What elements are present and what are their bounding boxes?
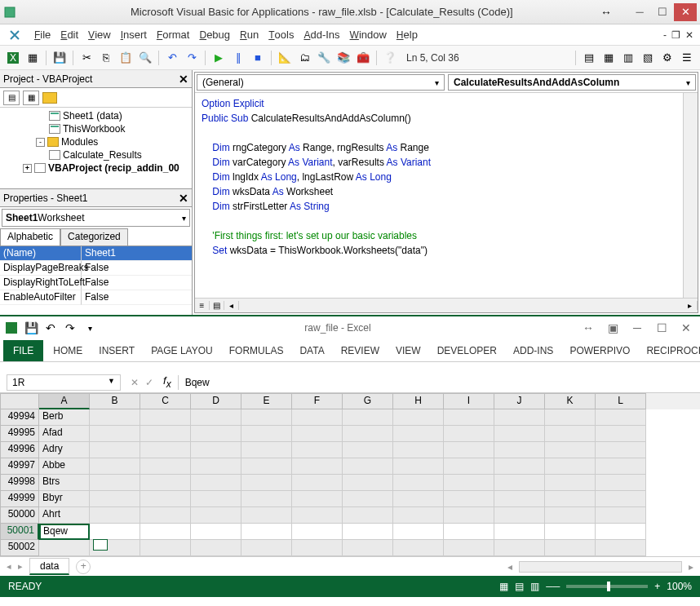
property-value[interactable]: Sheet1	[82, 246, 192, 261]
cell[interactable]	[545, 426, 596, 442]
excel-minimize-button[interactable]: ─	[628, 321, 646, 334]
cell[interactable]	[191, 409, 241, 426]
cell[interactable]	[191, 507, 241, 524]
fx-icon[interactable]: fx	[157, 374, 178, 390]
row-header[interactable]: 50000	[0, 507, 39, 524]
cell[interactable]	[140, 442, 191, 458]
cell[interactable]	[596, 475, 646, 491]
menu-debug[interactable]: Debug	[199, 29, 230, 41]
row-header[interactable]: 49999	[0, 491, 39, 507]
excel-close-button[interactable]: ✕	[677, 321, 695, 334]
project-pane-close-icon[interactable]: ✕	[179, 73, 188, 86]
menu-edit[interactable]: Edit	[60, 29, 78, 41]
cell[interactable]	[494, 442, 545, 458]
property-row[interactable]: DisplayRightToLeftFalse	[0, 276, 192, 290]
cell[interactable]	[90, 426, 140, 442]
cell[interactable]: Adry	[39, 442, 90, 458]
column-header-E[interactable]: E	[241, 393, 292, 409]
cell[interactable]	[292, 491, 343, 507]
zoom-in-button[interactable]: +	[654, 581, 660, 592]
ribbon-tab-pagelayou[interactable]: PAGE LAYOU	[144, 342, 219, 360]
object-browser-icon[interactable]: 📚	[335, 50, 352, 66]
cut-icon[interactable]: ✂	[78, 50, 95, 66]
row-header[interactable]: 49997	[0, 458, 39, 475]
cell[interactable]	[545, 442, 596, 458]
cell[interactable]	[292, 475, 343, 491]
cell[interactable]	[140, 475, 191, 491]
tree-item[interactable]: ThisWorkbook	[3, 122, 188, 135]
cell[interactable]	[444, 409, 494, 426]
vertical-scrollbar[interactable]	[683, 93, 698, 298]
cancel-icon[interactable]: ✕	[127, 377, 142, 388]
cell[interactable]	[191, 426, 241, 442]
cell[interactable]	[241, 491, 292, 507]
cell[interactable]	[444, 540, 494, 556]
tree-expand-icon[interactable]: -	[36, 138, 45, 147]
ribbon-tab-home[interactable]: HOME	[47, 342, 89, 360]
page-break-view-icon[interactable]: ▥	[530, 581, 539, 592]
maximize-button[interactable]: ☐	[651, 3, 674, 21]
cell[interactable]	[545, 507, 596, 524]
view-excel-icon[interactable]: X	[5, 50, 21, 66]
cell[interactable]	[191, 475, 241, 491]
cell[interactable]	[494, 540, 545, 556]
extra-tool-4-icon[interactable]: ▧	[640, 50, 656, 66]
column-header-B[interactable]: B	[90, 393, 140, 409]
cell[interactable]	[191, 524, 241, 540]
cell[interactable]	[444, 524, 494, 540]
cell[interactable]: Afad	[39, 426, 90, 442]
ribbon-tab-reciprocity[interactable]: RECIPROCITY	[640, 342, 700, 360]
row-header[interactable]: 50001	[0, 524, 39, 540]
cell[interactable]	[343, 540, 393, 556]
select-all-button[interactable]	[0, 393, 39, 409]
toggle-folders-icon[interactable]	[42, 92, 57, 104]
full-module-view-icon[interactable]: ≡	[195, 301, 210, 310]
insert-module-icon[interactable]: ▦	[24, 50, 41, 66]
cell[interactable]	[191, 442, 241, 458]
ribbon-tab-data[interactable]: DATA	[293, 342, 330, 360]
column-header-A[interactable]: A	[39, 393, 90, 409]
menu-insert[interactable]: Insert	[121, 29, 147, 41]
code-procedure-dropdown[interactable]: CalculateResultsAndAddAsColumn ▾	[448, 74, 696, 91]
cell[interactable]	[596, 507, 646, 524]
cell[interactable]	[343, 491, 393, 507]
cell[interactable]	[494, 491, 545, 507]
zoom-level[interactable]: 100%	[667, 581, 692, 592]
enter-icon[interactable]: ✓	[142, 377, 157, 388]
name-box[interactable]: 1R ▼	[7, 374, 121, 391]
cell[interactable]	[393, 507, 444, 524]
help-icon[interactable]: ❔	[382, 50, 398, 66]
tree-item[interactable]: Calculate_Results	[3, 148, 188, 161]
cell[interactable]	[90, 409, 140, 426]
save-icon[interactable]: 💾	[51, 50, 68, 66]
column-header-C[interactable]: C	[140, 393, 191, 409]
cell[interactable]	[596, 442, 646, 458]
row-header[interactable]: 49996	[0, 442, 39, 458]
column-header-F[interactable]: F	[292, 393, 343, 409]
cell[interactable]	[393, 458, 444, 475]
cell[interactable]	[545, 475, 596, 491]
column-header-L[interactable]: L	[596, 393, 646, 409]
view-code-icon[interactable]: ▤	[3, 91, 20, 105]
extra-tool-1-icon[interactable]: ▤	[581, 50, 597, 66]
formula-bar[interactable]: Bqew	[178, 375, 700, 390]
cell[interactable]	[241, 409, 292, 426]
cell[interactable]	[90, 491, 140, 507]
ribbon-tab-insert[interactable]: INSERT	[92, 342, 141, 360]
code-object-dropdown[interactable]: (General) ▾	[197, 74, 445, 91]
cell[interactable]: Abbe	[39, 458, 90, 475]
redo-icon[interactable]: ↷	[184, 50, 200, 66]
cell[interactable]	[241, 442, 292, 458]
cell[interactable]	[343, 409, 393, 426]
mdi-minimize-button[interactable]: -	[663, 29, 667, 41]
ribbon-tab-review[interactable]: REVIEW	[334, 342, 386, 360]
ribbon-display-icon[interactable]: ▣	[604, 321, 622, 334]
undo-icon[interactable]: ↶	[164, 50, 180, 66]
cell[interactable]	[393, 442, 444, 458]
property-row[interactable]: EnableAutoFilterFalse	[0, 290, 192, 305]
cell[interactable]	[596, 540, 646, 556]
horizontal-scroll-right-icon[interactable]: ▸	[689, 561, 693, 573]
cell[interactable]	[140, 507, 191, 524]
ribbon-tab-formulas[interactable]: FORMULAS	[223, 342, 290, 360]
cell[interactable]	[545, 409, 596, 426]
